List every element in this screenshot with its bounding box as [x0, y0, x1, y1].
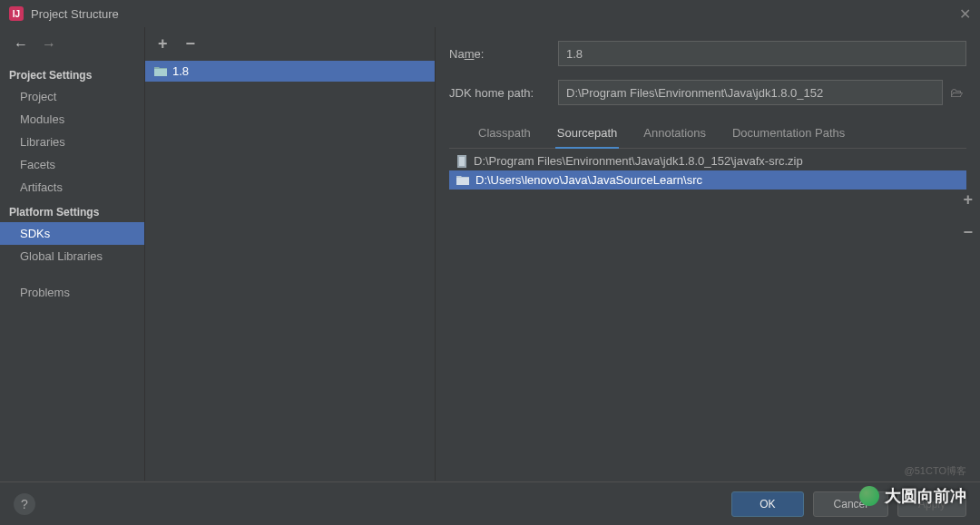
folder-icon — [154, 66, 167, 76]
sidebar-item-artifacts[interactable]: Artifacts — [0, 176, 144, 199]
tab-classpath[interactable]: Classpath — [476, 119, 533, 148]
name-input[interactable] — [558, 41, 966, 66]
add-sdk-button[interactable]: + — [158, 34, 168, 53]
detail-panel: Name: JDK home path: 🗁 Classpath Sourcep… — [436, 27, 980, 481]
sourcepath-text: D:\Users\lenovo\Java\JavaSourceLearn\src — [475, 173, 702, 187]
sourcepath-row[interactable]: D:\Users\lenovo\Java\JavaSourceLearn\src — [449, 170, 966, 190]
tab-annotations[interactable]: Annotations — [642, 119, 708, 148]
forward-arrow-icon[interactable]: → — [42, 36, 56, 53]
sourcepath-list: D:\Program Files\Environment\Java\jdk1.8… — [449, 151, 966, 190]
app-icon: IJ — [9, 6, 24, 21]
dialog-footer: ? OK Cancel Apply — [0, 481, 980, 525]
sourcepath-text: D:\Program Files\Environment\Java\jdk1.8… — [474, 154, 803, 168]
sidebar-item-sdks[interactable]: SDKs — [0, 222, 144, 245]
sidebar-item-project[interactable]: Project — [0, 85, 144, 108]
cancel-button[interactable]: Cancel — [813, 491, 888, 517]
sidebar-item-facets[interactable]: Facets — [0, 153, 144, 176]
sidebar-item-modules[interactable]: Modules — [0, 108, 144, 131]
apply-button[interactable]: Apply — [897, 491, 966, 517]
tab-documentation-paths[interactable]: Documentation Paths — [730, 119, 847, 148]
sourcepath-row[interactable]: D:\Program Files\Environment\Java\jdk1.8… — [449, 151, 966, 170]
remove-sdk-button[interactable]: − — [186, 34, 196, 53]
help-button[interactable]: ? — [14, 493, 35, 515]
sidebar-item-problems[interactable]: Problems — [0, 281, 144, 304]
home-path-label: JDK home path: — [449, 86, 558, 100]
svg-rect-1 — [459, 157, 465, 166]
ok-button[interactable]: OK — [731, 491, 803, 517]
add-path-button[interactable]: + — [963, 190, 973, 209]
sdk-list-panel: + − 1.8 — [145, 27, 436, 481]
watermark-text: @51CTO博客 — [905, 464, 966, 478]
section-project-settings: Project Settings — [0, 62, 144, 85]
sidebar-item-libraries[interactable]: Libraries — [0, 131, 144, 153]
name-label: Name: — [449, 47, 558, 61]
home-path-input[interactable] — [558, 80, 943, 105]
titlebar: IJ Project Structure ✕ — [0, 0, 980, 27]
window-title: Project Structure — [31, 7, 119, 21]
sidebar-item-global-libraries[interactable]: Global Libraries — [0, 245, 144, 267]
sourcepath-tabs: Classpath Sourcepath Annotations Documen… — [449, 119, 966, 149]
sdk-list-item[interactable]: 1.8 — [145, 61, 435, 82]
tab-sourcepath[interactable]: Sourcepath — [555, 119, 620, 149]
remove-path-button[interactable]: − — [963, 223, 973, 242]
browse-folder-icon[interactable]: 🗁 — [950, 85, 966, 100]
archive-icon — [456, 155, 467, 168]
close-icon[interactable]: ✕ — [959, 5, 971, 23]
sdk-item-label: 1.8 — [172, 64, 189, 78]
folder-icon — [456, 175, 469, 185]
settings-sidebar: ← → Project Settings Project Modules Lib… — [0, 27, 145, 481]
section-platform-settings: Platform Settings — [0, 199, 144, 222]
back-arrow-icon[interactable]: ← — [14, 36, 28, 53]
